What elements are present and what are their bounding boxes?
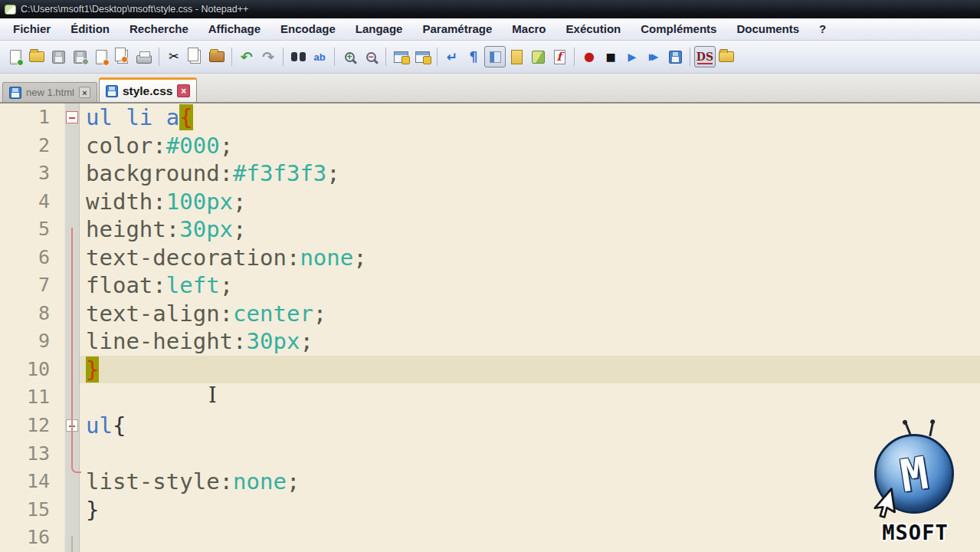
word-wrap-button[interactable]: ↵ (441, 46, 463, 67)
save-all-button[interactable] (69, 46, 90, 67)
stop-icon: ■ (605, 51, 615, 62)
menu-item-encodage[interactable]: Encodage (270, 18, 346, 40)
close-all-icon (115, 48, 126, 61)
line-number: 12 (0, 412, 64, 440)
close-icon[interactable]: × (79, 87, 90, 98)
menu-item-aide[interactable]: ? (809, 18, 836, 40)
editor-row: 9line-height:30px; (0, 327, 980, 356)
code-line[interactable]: color:#000; (80, 132, 980, 160)
code-line[interactable]: float:left; (80, 271, 980, 300)
code-token: ; (287, 468, 300, 495)
menu-item-langage[interactable]: Langage (346, 18, 413, 40)
cut-button[interactable]: ✂ (163, 46, 185, 67)
code-line[interactable]: } (80, 496, 980, 524)
code-token: : (152, 189, 166, 215)
sync-vertical-button[interactable] (390, 46, 411, 67)
line-number: 5 (0, 215, 64, 244)
code-token: background (86, 160, 220, 186)
zoom-out-button[interactable]: − (360, 46, 382, 67)
toolbar-separator (574, 48, 575, 66)
close-all-button[interactable] (112, 46, 133, 67)
code-token: height (86, 216, 166, 242)
code-line[interactable]: width:100px; (80, 188, 980, 216)
dspellcheck-button[interactable]: DS (694, 46, 716, 67)
code-token: list-style (86, 468, 220, 495)
playback-macro-button[interactable]: ▶ (621, 46, 643, 67)
sync-view-icon (394, 51, 408, 63)
document-map-button[interactable] (527, 46, 549, 67)
start-recording-button[interactable]: ● (578, 46, 600, 67)
code-token: ul (86, 412, 113, 439)
zoom-in-button[interactable]: + (339, 46, 360, 67)
open-file-button[interactable] (26, 46, 48, 67)
menu-item-execution[interactable]: Exécution (556, 18, 631, 40)
code-line[interactable]: ul li a{ (80, 104, 980, 132)
code-line[interactable] (80, 440, 980, 468)
mouse-pointer-icon (860, 485, 900, 525)
mouse-ibeam-cursor: I (208, 383, 217, 407)
new-file-button[interactable] (5, 46, 26, 67)
menu-item-affichage[interactable]: Affichage (198, 18, 270, 40)
redo-button[interactable]: ↷ (257, 46, 279, 67)
code-line[interactable] (80, 524, 980, 552)
function-list-button[interactable] (549, 46, 570, 67)
code-line[interactable]: height:30px; (80, 215, 980, 244)
code-token: text-align (86, 301, 220, 327)
menu-item-parametrage[interactable]: Paramétrage (412, 18, 502, 40)
code-token: : (287, 245, 300, 271)
code-token: : (152, 272, 166, 298)
code-line[interactable]: text-align:center; (80, 300, 980, 328)
menu-item-recherche[interactable]: Recherche (120, 18, 198, 40)
paste-button[interactable] (206, 46, 228, 67)
title-bar: C:\Users\msoft1\Desktop\msoft\style.css … (0, 0, 980, 18)
menu-item-edition[interactable]: Édition (61, 18, 120, 40)
editor-area[interactable]: 1ul li a{2color:#000;3background:#f3f3f3… (0, 104, 980, 552)
editor-row: 4width:100px; (0, 188, 980, 216)
sync-horizontal-button[interactable] (411, 46, 433, 67)
menu-item-fichier[interactable]: Fichier (3, 18, 61, 40)
fold-guide-curve-active (71, 462, 81, 473)
line-number: 2 (0, 132, 64, 160)
tab-style-css[interactable]: style.css× (99, 77, 198, 102)
stop-recording-button[interactable]: ■ (600, 46, 621, 67)
explorer-button[interactable] (716, 46, 737, 67)
binoculars-icon (291, 52, 306, 61)
editor-row: 1ul li a{ (0, 104, 980, 132)
toolbar-separator (690, 48, 690, 66)
code-token: text-decoration (86, 245, 287, 271)
code-line[interactable]: list-style:none; (80, 468, 980, 496)
menu-item-macro[interactable]: Macro (502, 18, 556, 40)
tab-label: style.css (123, 84, 173, 98)
menu-item-complements[interactable]: Compléments (631, 18, 726, 40)
show-all-characters-button[interactable]: ¶ (463, 46, 484, 67)
replace-button[interactable]: ab (309, 46, 330, 67)
close-icon[interactable]: × (177, 84, 190, 97)
close-file-button[interactable] (90, 46, 112, 67)
tab-new-1-html[interactable]: new 1.html× (2, 82, 97, 102)
undo-button[interactable]: ↶ (236, 46, 257, 67)
code-token: none (300, 245, 353, 271)
run-macro-multiple-button[interactable]: ▶▶ (643, 46, 664, 67)
code-line[interactable]: text-decoration:none; (80, 244, 980, 272)
copy-button[interactable] (185, 46, 206, 67)
code-line[interactable]: line-height:30px; (80, 327, 980, 356)
editor-row: 16 (0, 524, 980, 552)
code-token: } (86, 497, 99, 523)
code-line[interactable]: ul{ (80, 412, 980, 440)
antenna-icon (929, 423, 933, 436)
print-button[interactable] (133, 46, 155, 67)
indent-guide-button[interactable] (484, 46, 506, 67)
doc-switcher-button[interactable] (506, 46, 527, 67)
toolbar: ✂↶↷ab+−↵¶●■▶▶▶DS (0, 41, 980, 74)
find-button[interactable] (287, 46, 309, 67)
code-token: ; (233, 189, 246, 215)
new-file-icon (10, 50, 21, 64)
fold-marker-icon[interactable] (66, 111, 78, 123)
save-floppy-icon (52, 51, 65, 64)
code-token: #000 (166, 133, 220, 159)
save-macro-button[interactable] (664, 46, 686, 67)
code-line[interactable]: background:#f3f3f3; (80, 159, 980, 188)
code-line[interactable]: } (80, 356, 980, 384)
save-file-button[interactable] (48, 46, 69, 67)
menu-item-documents[interactable]: Documents (726, 18, 809, 40)
